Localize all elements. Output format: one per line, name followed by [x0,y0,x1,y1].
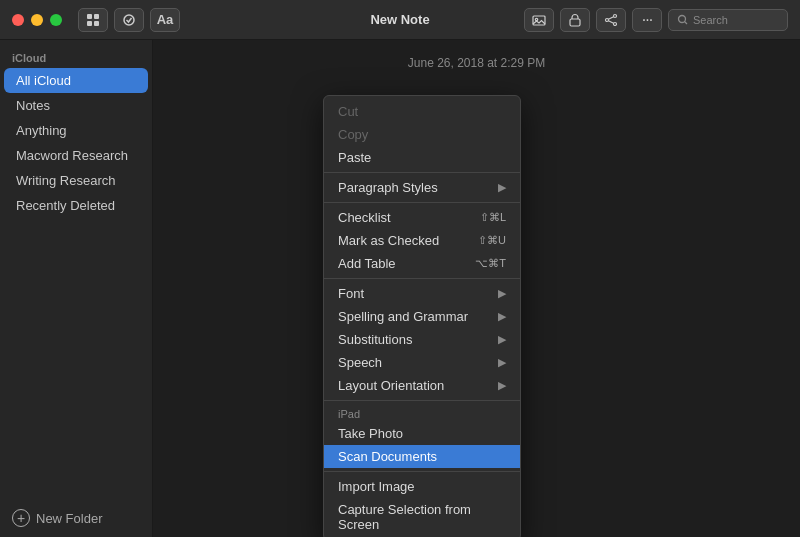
menu-item-paste[interactable]: Paste [324,146,520,169]
separator-5 [324,471,520,472]
svg-rect-0 [87,14,92,19]
traffic-lights [12,14,62,26]
svg-point-9 [606,18,609,21]
close-button[interactable] [12,14,24,26]
lock-button[interactable] [560,8,590,32]
menu-item-checklist-label: Checklist [338,210,391,225]
svg-rect-3 [94,21,99,26]
menu-item-layout-orientation[interactable]: Layout Orientation ▶ [324,374,520,397]
sidebar-item-writing-research[interactable]: Writing Research [4,168,148,193]
maximize-button[interactable] [50,14,62,26]
separator-4 [324,400,520,401]
menu-item-spelling-grammar-label: Spelling and Grammar [338,309,468,324]
spelling-submenu-arrow: ▶ [498,310,506,323]
menu-item-substitutions-label: Substitutions [338,332,412,347]
svg-point-8 [614,14,617,17]
format-button[interactable]: Aa [150,8,180,32]
menu-item-add-table-shortcut: ⌥⌘T [475,257,506,270]
svg-rect-2 [87,21,92,26]
menu-item-capture-selection-label: Capture Selection from Screen [338,502,506,532]
menu-item-cut-label: Cut [338,104,358,119]
font-submenu-arrow: ▶ [498,287,506,300]
menu-item-scan-documents-label: Scan Documents [338,449,437,464]
svg-rect-7 [570,19,580,26]
menu-item-take-photo-label: Take Photo [338,426,403,441]
menu-item-speech-label: Speech [338,355,382,370]
minimize-button[interactable] [31,14,43,26]
sidebar-item-recently-deleted[interactable]: Recently Deleted [4,193,148,218]
context-menu: Cut Copy Paste Paragraph Styles ▶ Checkl… [323,95,521,537]
submenu-arrow: ▶ [498,181,506,194]
menu-item-copy[interactable]: Copy [324,123,520,146]
search-placeholder: Search [693,14,728,26]
menu-item-spelling-grammar[interactable]: Spelling and Grammar ▶ [324,305,520,328]
separator-2 [324,202,520,203]
titlebar-right: ··· Search [524,8,788,32]
menu-item-paragraph-styles-label: Paragraph Styles [338,180,438,195]
menu-item-checklist[interactable]: Checklist ⇧⌘L [324,206,520,229]
menu-item-import-image-label: Import Image [338,479,415,494]
separator-3 [324,278,520,279]
svg-point-10 [614,22,617,25]
sidebar-item-anything[interactable]: Anything [4,118,148,143]
menu-item-font[interactable]: Font ▶ [324,282,520,305]
menu-item-checklist-shortcut: ⇧⌘L [480,211,506,224]
menu-item-scan-documents[interactable]: Scan Documents [324,445,520,468]
new-folder-button[interactable]: + New Folder [0,499,152,537]
menu-item-speech[interactable]: Speech ▶ [324,351,520,374]
grid-view-button[interactable] [78,8,108,32]
new-folder-icon: + [12,509,30,527]
share-button[interactable] [596,8,626,32]
menu-item-font-label: Font [338,286,364,301]
menu-item-copy-label: Copy [338,127,368,142]
menu-item-paragraph-styles[interactable]: Paragraph Styles ▶ [324,176,520,199]
menu-item-layout-orientation-label: Layout Orientation [338,378,444,393]
menu-item-cut[interactable]: Cut [324,100,520,123]
svg-rect-1 [94,14,99,19]
sidebar-section-label: iCloud [0,48,152,68]
sidebar: iCloud All iCloud Notes Anything Macword… [0,40,153,537]
menu-item-mark-checked-shortcut: ⇧⌘U [478,234,506,247]
new-folder-label: New Folder [36,511,102,526]
sidebar-item-macword-research[interactable]: Macword Research [4,143,148,168]
sidebar-item-notes[interactable]: Notes [4,93,148,118]
menu-item-add-table[interactable]: Add Table ⌥⌘T [324,252,520,275]
speech-submenu-arrow: ▶ [498,356,506,369]
note-content: June 26, 2018 at 2:29 PM Cut Copy Paste … [153,40,800,537]
toolbar-icons: Aa [78,8,180,32]
more-button[interactable]: ··· [632,8,662,32]
layout-submenu-arrow: ▶ [498,379,506,392]
menu-item-add-table-label: Add Table [338,256,396,271]
svg-line-14 [685,21,688,24]
menu-item-import-image[interactable]: Import Image [324,475,520,498]
window-title: New Note [370,12,429,27]
titlebar: Aa New Note ··· [0,0,800,40]
separator-1 [324,172,520,173]
sidebar-item-all-icloud[interactable]: All iCloud [4,68,148,93]
svg-line-11 [608,16,613,19]
note-date: June 26, 2018 at 2:29 PM [153,40,800,70]
menu-item-mark-checked[interactable]: Mark as Checked ⇧⌘U [324,229,520,252]
menu-item-substitutions[interactable]: Substitutions ▶ [324,328,520,351]
search-box[interactable]: Search [668,9,788,31]
checkmark-button[interactable] [114,8,144,32]
menu-item-mark-checked-label: Mark as Checked [338,233,439,248]
image-button[interactable] [524,8,554,32]
svg-line-12 [608,20,613,23]
svg-point-13 [679,15,686,22]
main-layout: iCloud All iCloud Notes Anything Macword… [0,40,800,537]
menu-item-capture-selection[interactable]: Capture Selection from Screen [324,498,520,536]
substitutions-submenu-arrow: ▶ [498,333,506,346]
menu-section-ipad: iPad [324,404,520,422]
svg-point-4 [124,15,134,25]
menu-item-paste-label: Paste [338,150,371,165]
menu-item-take-photo[interactable]: Take Photo [324,422,520,445]
